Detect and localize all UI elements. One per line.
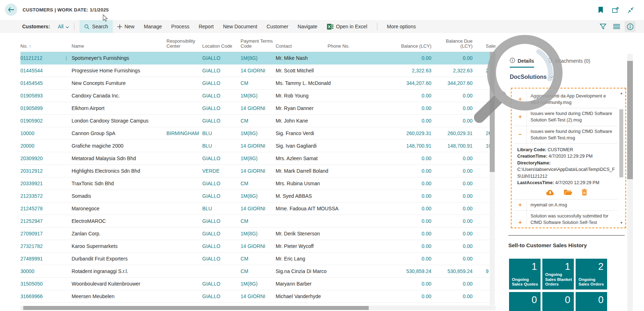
cell-balance[interactable]: 0.00 [363,293,435,299]
file-list-scrollbar[interactable]: ▲ ▼ [619,91,624,225]
table-row[interactable]: 20339921TraxTonic Sdn BhdGIALLOCMMrs. Ru… [20,177,496,190]
cell-due[interactable]: 260,029.31 [435,130,476,136]
download-file-icon[interactable] [546,189,555,196]
table-row[interactable]: 21245278MaronegoceBLU14 GIORNIMme. Fadou… [20,202,496,215]
column-header-menu[interactable] [61,49,72,52]
table-row[interactable]: 30000Rotadent ingranaggi S.r.l.CMSig.na … [20,265,496,278]
cell-balance[interactable]: 0.00 [363,168,435,174]
cell-no[interactable]: 27090917 [20,231,61,236]
cell-no[interactable]: 01905899 [20,105,61,111]
expand-file-icon[interactable]: + [514,200,527,210]
cell-no[interactable]: 01445544 [20,68,61,73]
factbox-toggle-icon[interactable] [625,21,635,32]
table-row[interactable]: 01905899Elkhorn AirportGIALLO14 GIORNIMr… [20,102,496,115]
action-customer[interactable]: Customer [262,20,293,33]
action-report[interactable]: Report [194,20,218,33]
cell-balance[interactable]: 344,207.60 [363,80,435,86]
cell-no[interactable]: 01905893 [20,93,61,99]
table-row[interactable]: 01905893Candoxy Canada Inc.GIALLO1M(8G)M… [20,90,496,102]
cell-no[interactable]: 27321782 [20,243,61,249]
cell-balance[interactable]: 0.00 [363,55,435,61]
action-navigate[interactable]: Navigate [293,20,322,33]
cell-no[interactable]: 20309920 [20,156,61,161]
cue-tile[interactable]: 0 [542,292,574,311]
cue-tile[interactable]: 0 [509,292,541,311]
table-row[interactable]: 01454545New Concepts FurnitureGIALLOCMMs… [20,77,496,90]
back-button[interactable] [5,4,17,16]
table-vertical-scrollbar[interactable] [490,52,495,305]
table-row[interactable]: 31669966Meersen MeubelenGIALLO14 GIORNIM… [20,290,496,303]
cell-balance[interactable]: 530,859.24 [363,268,435,274]
file-row[interactable]: +Solution was successfully submitted for… [514,211,618,225]
cell-no[interactable]: 31505050 [20,281,61,287]
action-search[interactable]: Search [79,20,112,33]
cell-due[interactable]: 0.00 [435,243,476,249]
cell-balance[interactable]: 0.00 [363,281,435,287]
cell-due[interactable]: 0.00 [435,281,476,287]
cell-due[interactable]: 0.00 [435,55,476,61]
collapse-window-icon[interactable] [627,6,634,14]
filter-icon[interactable] [597,21,608,32]
cell-no[interactable]: 21233572 [20,193,61,199]
table-horizontal-scrollbar[interactable] [20,306,496,310]
cell-due[interactable]: 0.00 [435,118,476,124]
column-header-loc[interactable]: Location Code [202,44,241,52]
cell-due[interactable]: 0.00 [435,193,476,199]
cell-balance[interactable]: 0.00 [363,206,435,211]
table-row[interactable]: 01121212⋮Spotsmeyer's FurnishingsGIALLO1… [20,52,496,64]
table-row[interactable]: 31505050Woonboulevard KuitenbrouwerGIALL… [20,278,496,290]
docsolutions-section-header[interactable]: DocSolutions [510,74,553,80]
cue-tile[interactable]: 1Ongoing Sales Blanket Orders [542,259,574,290]
cell-balance[interactable]: 0.00 [363,243,435,249]
table-row[interactable]: 01905902London Candoxy Storage CampusGIA… [20,115,496,127]
expand-file-icon[interactable]: + [514,91,527,108]
cell-due[interactable]: 2,322.63 [435,68,476,73]
column-header-balance[interactable]: Balance (LCY) [363,44,435,52]
file-list-scrollbar-thumb[interactable] [619,109,623,177]
cell-balance[interactable]: 0.00 [363,218,435,224]
cell-balance[interactable]: 2,322.63 [363,68,435,73]
column-header-resp[interactable]: Responsibility Center [166,39,202,52]
table-row[interactable]: 21252947ElectroMAROCGIALLOCM0.000.00 [20,215,496,228]
scroll-down-icon[interactable]: ▼ [620,221,623,225]
view-filter-dropdown[interactable]: All [58,24,69,29]
cell-no[interactable]: 21252947 [20,218,61,224]
cell-due[interactable]: 0.00 [435,181,476,186]
column-header-contact[interactable]: Contact [276,44,328,52]
cell-balance[interactable]: 148,700.91 [363,143,435,149]
column-header-phone[interactable]: Phone No. [328,44,363,52]
cell-due[interactable]: 0.00 [435,256,476,262]
cell-due[interactable]: 0.00 [435,231,476,236]
cell-due[interactable]: 0.00 [435,168,476,174]
cell-balance[interactable]: 0.00 [363,118,435,124]
cell-no[interactable]: 27489991 [20,256,61,262]
action-new-document[interactable]: New Document [218,20,262,33]
column-header-name[interactable]: Name [72,44,166,52]
column-header-due[interactable]: Balance Due (LCY) [435,39,476,52]
cell-due[interactable]: 148,700.91 [435,143,476,149]
column-header-no[interactable]: No. ↑ [20,44,61,52]
cell-due[interactable]: 0.00 [435,293,476,299]
action-more-options[interactable]: More options [382,20,421,33]
cell-balance[interactable]: 0.00 [363,256,435,262]
action-open-in-excel[interactable]: Open in Excel [322,20,372,33]
table-row[interactable]: 27321782Karoo SupermarketsGIALLO14 GIORN… [20,240,496,253]
cell-balance[interactable]: 0.00 [363,156,435,161]
expand-file-icon[interactable]: + [514,211,527,225]
tab-details[interactable]: Details [510,57,534,68]
table-row[interactable]: 20312912Highlights Electronics Sdn BhdVE… [20,165,496,177]
table-row[interactable]: 01445544Progressive Home FurnishingsGIAL… [20,64,496,77]
cell-balance[interactable]: 0.00 [363,105,435,111]
file-row[interactable]: −Issues were found during CfMD Software … [514,126,618,144]
column-header-sales[interactable]: Sales [476,44,496,52]
cell-balance[interactable]: 0.00 [363,181,435,186]
action-new[interactable]: New [113,20,139,33]
cell-no[interactable]: 01454545 [20,80,61,86]
table-row[interactable]: 20309920Metatorad Malaysia Sdn BhdGIALLO… [20,152,496,165]
table-row[interactable]: 10000Cannon Group SpABIRMINGHAMBLU1M(8G)… [20,127,496,140]
column-header-terms[interactable]: Payment Terms Code [241,39,276,52]
open-in-new-window-icon[interactable] [612,6,619,14]
cell-due[interactable]: 0.00 [435,218,476,224]
cell-no[interactable]: 01905902 [20,118,61,124]
cell-no[interactable]: 10000 [20,130,61,136]
